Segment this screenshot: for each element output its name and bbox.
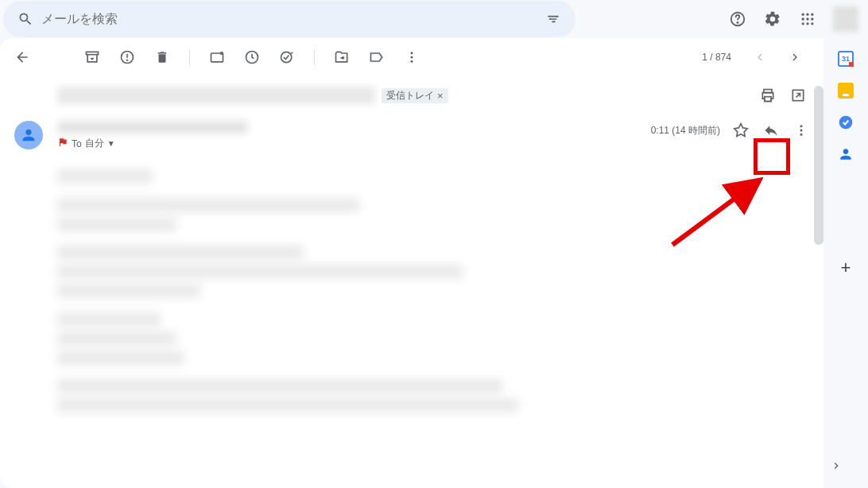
svg-point-24	[411, 60, 413, 63]
labels-button[interactable]	[367, 48, 386, 67]
account-avatar[interactable]	[833, 6, 858, 32]
timestamp: 0:11 (14 時間前)	[651, 124, 720, 137]
email-body	[57, 169, 811, 412]
open-new-window-button[interactable]	[789, 86, 808, 105]
svg-point-2	[554, 21, 556, 22]
star-button[interactable]	[731, 121, 750, 140]
recipient-row[interactable]: To 自分 ▼	[57, 137, 248, 150]
spam-button[interactable]	[118, 48, 137, 67]
svg-point-0	[556, 16, 557, 17]
scrollbar[interactable]	[814, 86, 823, 245]
move-to-button[interactable]	[332, 48, 351, 67]
search-options-icon[interactable]	[537, 3, 569, 35]
svg-point-6	[806, 14, 808, 16]
svg-point-30	[800, 134, 803, 136]
print-button[interactable]	[758, 86, 777, 105]
svg-point-4	[737, 22, 738, 23]
svg-rect-26	[765, 97, 771, 102]
svg-point-10	[811, 17, 813, 20]
svg-rect-14	[87, 52, 99, 54]
snooze-button[interactable]	[242, 48, 262, 67]
keep-app-icon[interactable]	[838, 83, 854, 99]
svg-point-23	[411, 56, 413, 59]
toolbar-separator	[314, 49, 315, 65]
red-flag-icon	[57, 137, 68, 150]
to-prefix: To	[72, 138, 82, 149]
toolbar-separator	[189, 49, 190, 65]
calendar-app-icon[interactable]: 31	[838, 51, 854, 67]
side-panel: 31 +	[823, 38, 868, 488]
sender-avatar[interactable]	[14, 121, 43, 149]
email-more-button[interactable]	[792, 121, 811, 140]
help-icon[interactable]	[722, 3, 754, 35]
inbox-label-text: 受信トレイ	[386, 89, 434, 103]
svg-point-13	[811, 22, 813, 25]
svg-point-11	[802, 22, 804, 25]
search-input[interactable]	[41, 12, 537, 26]
to-recipient: 自分	[85, 137, 104, 150]
svg-point-29	[800, 130, 803, 132]
delete-button[interactable]	[153, 48, 172, 67]
svg-point-7	[811, 14, 813, 16]
collapse-sidepanel-button[interactable]	[820, 450, 852, 482]
svg-point-8	[802, 17, 804, 20]
reply-button[interactable]	[761, 121, 781, 140]
svg-point-17	[127, 60, 128, 60]
inbox-label-chip[interactable]: 受信トレイ ×	[382, 88, 448, 103]
apps-icon[interactable]	[792, 3, 823, 35]
svg-point-21	[281, 52, 292, 62]
more-button[interactable]	[402, 48, 421, 67]
prev-button[interactable]	[744, 41, 776, 73]
email-content-pane: 1 / 874 受信トレイ ×	[0, 38, 823, 488]
settings-icon[interactable]	[757, 3, 789, 35]
add-app-button[interactable]: +	[841, 258, 851, 278]
tasks-app-icon[interactable]	[838, 114, 854, 130]
remove-label-icon[interactable]: ×	[437, 90, 444, 102]
svg-point-22	[411, 52, 413, 54]
svg-point-5	[802, 14, 804, 16]
svg-point-12	[806, 22, 808, 25]
back-button[interactable]	[13, 48, 32, 67]
search-bar[interactable]	[3, 1, 575, 37]
mark-unread-button[interactable]	[207, 48, 227, 67]
svg-point-28	[800, 125, 803, 127]
subject-text	[57, 87, 375, 104]
svg-point-19	[220, 52, 223, 55]
add-task-button[interactable]	[277, 48, 296, 67]
next-button[interactable]	[779, 41, 811, 73]
svg-point-1	[549, 18, 551, 20]
sender-name	[57, 121, 248, 134]
expand-recipients-icon[interactable]: ▼	[107, 139, 115, 148]
contacts-app-icon[interactable]	[838, 146, 854, 162]
search-icon[interactable]	[10, 3, 41, 35]
pagination-label: 1 / 874	[702, 52, 731, 63]
svg-point-9	[806, 17, 808, 20]
archive-button[interactable]	[83, 48, 102, 67]
